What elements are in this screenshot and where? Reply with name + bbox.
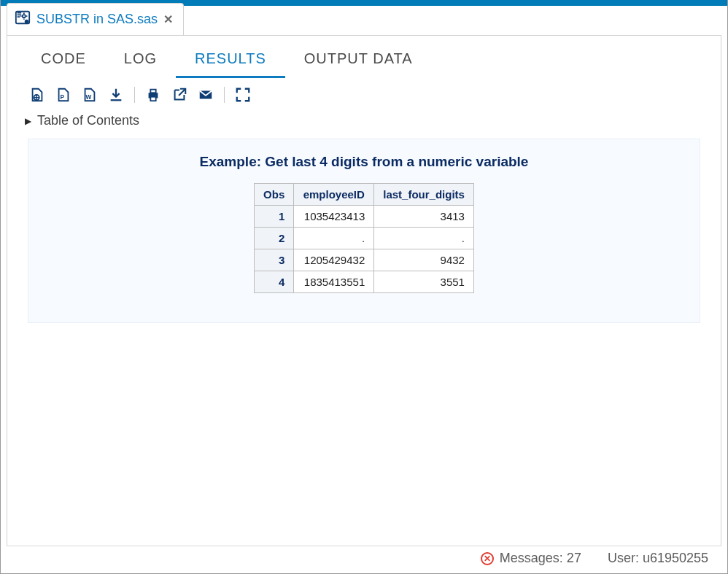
messages-count-label: Messages: 27	[500, 551, 581, 566]
col-header-last4: last_four_digits	[374, 184, 474, 206]
svg-rect-8	[150, 97, 155, 101]
svg-point-2	[23, 15, 26, 18]
file-tab-label: SUBSTR in SAS.sas	[36, 12, 158, 27]
svg-text:P: P	[60, 94, 64, 101]
close-tab-icon[interactable]: ✕	[163, 12, 173, 26]
open-new-window-icon[interactable]	[171, 87, 187, 103]
table-row: 3 1205429432 9432	[255, 249, 474, 271]
cell-employeeid: 1205429432	[294, 249, 374, 271]
tab-output-data[interactable]: OUTPUT DATA	[285, 46, 432, 78]
results-output-area: Example: Get last 4 digits from a numeri…	[28, 139, 700, 323]
print-icon[interactable]	[145, 87, 161, 103]
table-of-contents-label: Table of Contents	[37, 113, 139, 128]
file-tab[interactable]: SUBSTR in SAS.sas ✕	[7, 3, 184, 35]
table-row: 1 1035423413 3413	[255, 206, 474, 228]
subtab-bar: CODE LOG RESULTS OUTPUT DATA	[7, 36, 721, 78]
cell-employeeid: 1035423413	[294, 206, 374, 228]
toolbar-separator	[134, 87, 135, 103]
toolbar-separator	[224, 87, 225, 103]
file-tab-row: SUBSTR in SAS.sas ✕	[1, 6, 727, 35]
messages-indicator[interactable]: ✕ Messages: 27	[481, 551, 581, 566]
fullscreen-icon[interactable]	[235, 87, 251, 103]
cell-obs: 2	[255, 228, 294, 249]
cell-obs: 3	[255, 249, 294, 271]
open-rtf-icon[interactable]: W	[82, 87, 98, 103]
table-of-contents-toggle[interactable]: ▶ Table of Contents	[7, 109, 721, 139]
svg-rect-7	[150, 90, 155, 93]
results-title: Example: Get last 4 digits from a numeri…	[36, 154, 692, 170]
status-bar: ✕ Messages: 27 User: u61950255	[7, 546, 721, 570]
open-pdf-icon[interactable]: P	[55, 87, 71, 103]
table-row: 2 . .	[255, 228, 474, 249]
col-header-obs: Obs	[255, 184, 294, 206]
cell-employeeid: 1835413551	[294, 271, 374, 293]
error-icon: ✕	[481, 552, 494, 565]
results-table: Obs employeeID last_four_digits 1 103542…	[254, 183, 474, 293]
table-row: 4 1835413551 3551	[255, 271, 474, 293]
svg-text:W: W	[86, 94, 92, 101]
tab-log[interactable]: LOG	[105, 46, 176, 78]
cell-last4: 3551	[374, 271, 474, 293]
tab-results[interactable]: RESULTS	[176, 46, 285, 78]
open-html-icon[interactable]	[29, 87, 45, 103]
cell-last4: 3413	[374, 206, 474, 228]
cell-last4: .	[374, 228, 474, 249]
cell-employeeid: .	[294, 228, 374, 249]
table-header-row: Obs employeeID last_four_digits	[255, 184, 474, 206]
col-header-employeeid: employeeID	[294, 184, 374, 206]
user-label: User: u61950255	[608, 551, 708, 566]
tab-code[interactable]: CODE	[22, 46, 105, 78]
editor-content-frame: CODE LOG RESULTS OUTPUT DATA P W	[7, 35, 721, 553]
sas-program-icon	[15, 9, 31, 29]
cell-last4: 9432	[374, 249, 474, 271]
cell-obs: 4	[255, 271, 294, 293]
cell-obs: 1	[255, 206, 294, 228]
email-icon[interactable]	[198, 87, 214, 103]
svg-point-1	[25, 20, 29, 24]
results-toolbar: P W	[7, 78, 721, 109]
triangle-right-icon: ▶	[25, 116, 31, 126]
download-icon[interactable]	[108, 87, 124, 103]
